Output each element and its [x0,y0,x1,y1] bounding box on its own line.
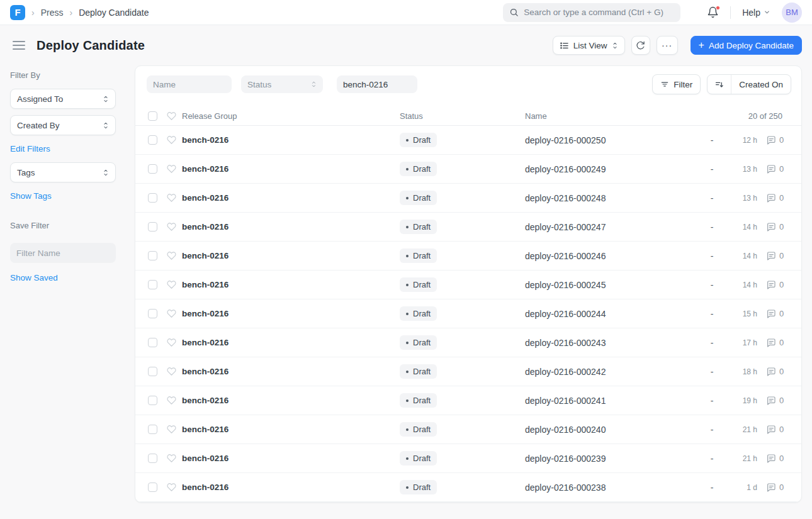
row-checkbox[interactable] [148,338,157,347]
heart-icon[interactable] [167,251,176,260]
view-selector-button[interactable]: List View [553,36,625,55]
row-checkbox[interactable] [148,193,157,203]
heart-icon[interactable] [167,111,176,121]
table-row[interactable]: bench-0216 Draft deploy-0216-000243 - 17… [135,328,801,357]
comments-cell: 0 [766,251,787,261]
app-logo[interactable]: F [10,5,25,20]
table-row[interactable]: bench-0216 Draft deploy-0216-000250 - 12… [135,126,801,155]
row-checkbox[interactable] [148,425,157,434]
heart-icon[interactable] [167,425,176,434]
help-menu[interactable]: Help [742,8,770,18]
release-group-filter-input[interactable] [337,75,417,93]
heart-icon[interactable] [167,396,176,405]
row-checkbox[interactable] [148,164,157,174]
table-row[interactable]: bench-0216 Draft deploy-0216-000244 - 15… [135,299,801,328]
status-badge-label: Draft [413,367,431,376]
row-checkbox[interactable] [148,454,157,463]
status-dot-icon [406,139,409,142]
owner-cell: - [693,280,731,290]
row-select-cell [148,164,167,174]
sort-field-button[interactable]: Created On [731,75,791,94]
header-release-group[interactable]: Release Group [182,111,400,121]
comment-icon [766,135,776,145]
heart-icon[interactable] [167,367,176,376]
row-checkbox[interactable] [148,135,157,145]
owner-cell: - [693,251,731,261]
add-deploy-candidate-button[interactable]: + Add Deploy Candidate [691,36,802,55]
heart-icon[interactable] [167,135,176,145]
status-dot-icon [406,284,409,286]
filter-button-label: Filter [674,80,692,89]
show-saved-link[interactable]: Show Saved [10,273,58,282]
row-checkbox[interactable] [148,251,157,260]
table-row[interactable]: bench-0216 Draft deploy-0216-000242 - 18… [135,357,801,386]
chevron-updown-icon [612,42,618,50]
heart-icon[interactable] [167,338,176,347]
comment-count: 0 [779,193,784,203]
tags-select[interactable]: Tags [10,162,116,182]
heart-icon[interactable] [167,454,176,463]
heart-icon[interactable] [167,280,176,289]
row-checkbox[interactable] [148,367,157,376]
status-filter-select[interactable]: Status [241,75,323,93]
sidebar-toggle-button[interactable] [10,38,28,53]
row-checkbox[interactable] [148,222,157,232]
heart-icon[interactable] [167,222,176,232]
modified-time-cell: 12 h [731,136,766,145]
table-row[interactable]: bench-0216 Draft deploy-0216-000241 - 19… [135,386,801,415]
row-checkbox[interactable] [148,280,157,289]
header-name[interactable]: Name [525,111,693,121]
sort-descending-icon [714,80,724,89]
filter-by-label: Filter By [10,70,116,80]
breadcrumb-press[interactable]: Press [41,8,64,18]
content-area: Filter By Assigned To Created By Edit Fi… [0,65,812,503]
edit-filters-link[interactable]: Edit Filters [10,144,50,153]
status-badge-label: Draft [413,193,431,203]
show-tags-link[interactable]: Show Tags [10,191,52,201]
notifications-button[interactable] [707,6,719,18]
avatar[interactable]: BM [782,3,802,23]
row-checkbox[interactable] [148,309,157,318]
breadcrumb-deploy-candidate[interactable]: Deploy Candidate [79,8,149,18]
table-row[interactable]: bench-0216 Draft deploy-0216-000247 - 14… [135,213,801,242]
name-filter-input[interactable] [147,75,232,93]
global-search[interactable] [503,3,680,22]
table-row[interactable]: bench-0216 Draft deploy-0216-000245 - 14… [135,271,801,299]
comment-count: 0 [779,280,784,289]
sort-direction-button[interactable] [708,75,731,94]
comments-cell: 0 [766,280,787,290]
filter-sidebar: Filter By Assigned To Created By Edit Fi… [10,65,135,503]
select-all-checkbox[interactable] [148,111,157,121]
comments-cell: 0 [766,454,787,464]
status-cell: Draft [400,220,525,234]
comment-icon [766,222,776,232]
status-cell: Draft [400,364,525,379]
filter-button[interactable]: Filter [652,74,701,94]
table-row[interactable]: bench-0216 Draft deploy-0216-000238 - 1 … [135,473,801,502]
table-row[interactable]: bench-0216 Draft deploy-0216-000240 - 21… [135,415,801,444]
table-row[interactable]: bench-0216 Draft deploy-0216-000246 - 14… [135,242,801,271]
name-cell: deploy-0216-000250 [525,135,693,145]
heart-icon[interactable] [167,164,176,174]
table-row[interactable]: bench-0216 Draft deploy-0216-000248 - 13… [135,184,801,213]
refresh-button[interactable] [631,36,650,55]
heart-icon[interactable] [167,309,176,318]
row-checkbox[interactable] [148,396,157,405]
table-row[interactable]: bench-0216 Draft deploy-0216-000239 - 21… [135,444,801,473]
heart-icon[interactable] [167,193,176,203]
search-input[interactable] [524,8,674,17]
owner-cell: - [693,193,731,203]
row-checkbox[interactable] [148,483,157,492]
view-selector-label: List View [573,41,607,50]
header-status[interactable]: Status [400,111,525,121]
status-dot-icon [406,342,409,344]
filter-name-input[interactable] [10,243,116,263]
heart-icon[interactable] [167,483,176,492]
row-select-cell [148,338,167,347]
more-options-button[interactable]: ··· [657,36,678,55]
assigned-to-select[interactable]: Assigned To [10,89,116,109]
table-header-row: Release Group Status Name 20 of 250 [135,107,801,126]
status-badge-label: Draft [413,222,431,232]
table-row[interactable]: bench-0216 Draft deploy-0216-000249 - 13… [135,155,801,184]
created-by-select[interactable]: Created By [10,115,116,135]
